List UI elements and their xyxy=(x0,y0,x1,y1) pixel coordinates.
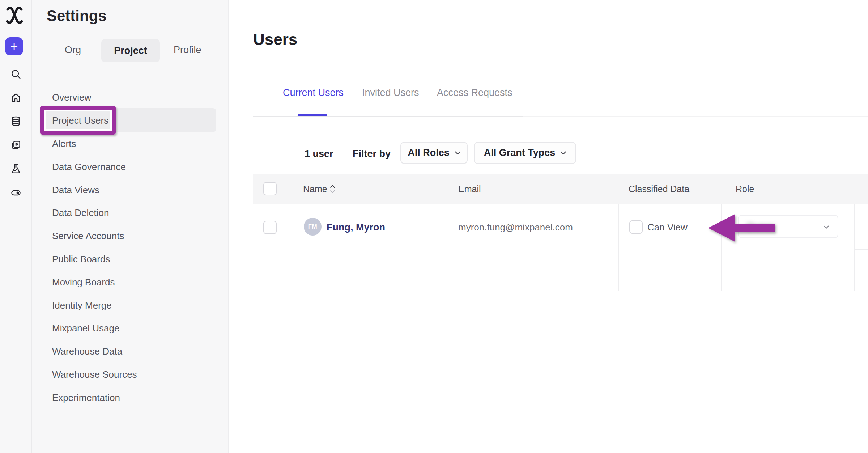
tab-current-users[interactable]: Current Users xyxy=(283,86,344,99)
toggle-switch-icon[interactable] xyxy=(10,187,21,198)
search-icon[interactable] xyxy=(10,69,21,80)
project-users-panel: Users Current Users Invited Users Access… xyxy=(229,0,868,453)
partial-cell-divider xyxy=(854,249,868,250)
create-new-button[interactable]: + xyxy=(5,37,23,55)
role-select[interactable]: Owner xyxy=(738,215,838,238)
all-roles-dropdown[interactable]: All Roles xyxy=(400,142,468,164)
page-title: Users xyxy=(253,30,297,48)
column-divider xyxy=(618,204,619,291)
user-email: myron.fung@mixpanel.com xyxy=(458,221,573,234)
sidebar-item-experimentation[interactable]: Experimentation xyxy=(32,386,228,409)
users-table-header: Name Email Classified Data Role xyxy=(253,174,868,204)
sidebar-item-warehouse-sources[interactable]: Warehouse Sources xyxy=(32,363,228,386)
user-name-link[interactable]: Fung, Myron xyxy=(327,221,385,234)
scope-tab-profile[interactable]: Profile xyxy=(174,43,201,56)
sidebar-item-service-accounts[interactable]: Service Accounts xyxy=(32,225,228,248)
nav-rail: + xyxy=(0,0,32,453)
database-icon[interactable] xyxy=(10,116,21,127)
boards-icon[interactable] xyxy=(10,140,21,151)
sidebar-item-data-deletion[interactable]: Data Deletion xyxy=(32,202,228,225)
experiments-flask-icon[interactable] xyxy=(10,163,21,174)
sidebar-item-public-boards[interactable]: Public Boards xyxy=(32,248,228,271)
all-grant-types-dropdown[interactable]: All Grant Types xyxy=(474,142,576,164)
column-header-name: Name xyxy=(303,174,327,204)
sidebar-item-alerts[interactable]: Alerts xyxy=(32,132,228,156)
settings-sidebar: Settings Org Project Profile Overview Pr… xyxy=(32,0,229,453)
column-divider xyxy=(443,204,443,291)
home-icon[interactable] xyxy=(10,92,21,103)
tabs-divider-line xyxy=(253,116,523,117)
mixpanel-logo-icon[interactable] xyxy=(6,6,23,25)
sidebar-item-project-users[interactable]: Project Users xyxy=(32,109,228,132)
sidebar-item-identity-merge[interactable]: Identity Merge xyxy=(32,294,228,317)
sidebar-item-overview[interactable]: Overview xyxy=(32,86,228,109)
table-row: FM Fung, Myron myron.fung@mixpanel.com C… xyxy=(253,204,868,291)
classified-data-label: Can View xyxy=(647,221,688,234)
sidebar-item-mixpanel-usage[interactable]: Mixpanel Usage xyxy=(32,317,228,340)
sidebar-item-moving-boards[interactable]: Moving Boards xyxy=(32,271,228,294)
role-value-blurred: Owner xyxy=(746,221,774,232)
tab-access-requests[interactable]: Access Requests xyxy=(437,86,512,99)
sidebar-item-data-governance[interactable]: Data Governance xyxy=(32,155,228,178)
user-count: 1 user xyxy=(305,147,333,161)
sidebar-item-data-views[interactable]: Data Views xyxy=(32,178,228,202)
settings-menu: Overview Project Users Alerts Data Gover… xyxy=(32,86,228,409)
vertical-divider xyxy=(339,146,339,161)
chevron-down-icon xyxy=(824,225,829,229)
row-select-checkbox[interactable] xyxy=(263,221,277,234)
classified-data-checkbox[interactable] xyxy=(629,220,643,234)
chevron-down-icon xyxy=(561,151,566,155)
column-divider xyxy=(854,204,855,291)
tabs-divider-line-faint xyxy=(523,116,868,117)
column-header-role: Role xyxy=(736,174,754,204)
chevron-down-icon xyxy=(455,151,460,155)
filter-by-label: Filter by xyxy=(353,147,391,161)
sidebar-item-warehouse-data[interactable]: Warehouse Data xyxy=(32,340,228,363)
column-header-classified-data: Classified Data xyxy=(629,174,689,204)
tab-invited-users[interactable]: Invited Users xyxy=(362,86,419,99)
select-all-checkbox[interactable] xyxy=(263,182,277,195)
column-header-email: Email xyxy=(458,174,481,204)
scope-tab-org[interactable]: Org xyxy=(65,43,81,56)
column-divider xyxy=(721,204,722,291)
avatar: FM xyxy=(304,218,322,236)
mixpanel-settings-page: + xyxy=(0,0,868,453)
scope-tab-project[interactable]: Project xyxy=(101,39,160,62)
settings-title: Settings xyxy=(47,7,107,25)
sort-toggle-icon[interactable] xyxy=(330,184,335,194)
